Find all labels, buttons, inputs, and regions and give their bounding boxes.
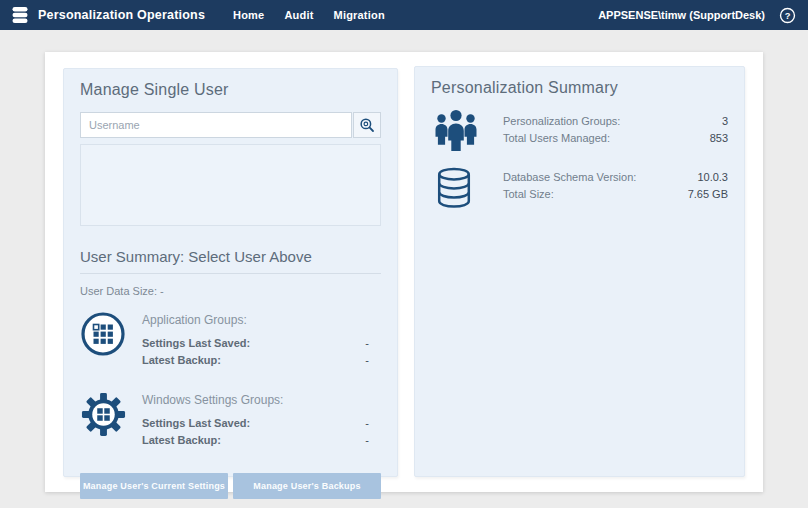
database-summary: Database Schema Version: 10.0.3 Total Si…	[431, 165, 728, 211]
help-icon[interactable]: ?	[779, 7, 796, 24]
logged-in-user: APPSENSE\timw (SupportDesk)	[598, 9, 765, 21]
database-schema-version-row: Database Schema Version: 10.0.3	[503, 169, 728, 186]
app-latest-backup-row: Latest Backup: -	[142, 352, 369, 369]
application-groups-label: Application Groups:	[142, 313, 369, 327]
search-icon	[358, 116, 376, 134]
user-results-list[interactable]	[80, 144, 381, 226]
total-size-row: Total Size: 7.65 GB	[503, 186, 728, 203]
user-data-size-label: User Data Size:	[80, 285, 157, 297]
manage-single-user-panel: Manage Single User User Summary: Select …	[63, 68, 398, 477]
total-users-managed-row: Total Users Managed: 853	[503, 130, 728, 147]
main-card: Manage Single User User Summary: Select …	[45, 52, 763, 492]
manage-backups-button[interactable]: Manage User's Backups	[233, 473, 381, 499]
application-groups-section: Application Groups: Settings Last Saved:…	[80, 309, 381, 369]
application-groups-icon	[80, 309, 142, 369]
win-latest-backup-row: Latest Backup: -	[142, 432, 369, 449]
windows-settings-gear-icon	[80, 389, 142, 449]
main-nav: Home Audit Migration	[223, 9, 395, 21]
username-search-input[interactable]	[80, 112, 352, 138]
windows-settings-groups-section: Windows Settings Groups: Settings Last S…	[80, 389, 381, 449]
groups-users-summary: Personalization Groups: 3 Total Users Ma…	[431, 109, 728, 151]
win-settings-last-saved-row: Settings Last Saved: -	[142, 415, 369, 432]
personalization-summary-title: Personalization Summary	[431, 79, 728, 97]
manage-single-user-title: Manage Single User	[80, 81, 381, 99]
summary-divider	[80, 273, 381, 274]
database-icon	[431, 165, 503, 211]
app-settings-last-saved-row: Settings Last Saved: -	[142, 335, 369, 352]
app-title: Personalization Operations	[38, 8, 205, 22]
windows-settings-groups-label: Windows Settings Groups:	[142, 393, 369, 407]
search-user-button[interactable]	[353, 112, 381, 138]
personalization-summary-panel: Personalization Summary Personalization …	[414, 66, 745, 477]
nav-item-home[interactable]: Home	[223, 9, 274, 21]
app-logo-database-icon	[10, 5, 30, 25]
user-data-size-value: -	[160, 285, 164, 297]
user-summary-title: User Summary: Select User Above	[80, 248, 381, 265]
nav-item-migration[interactable]: Migration	[324, 9, 395, 21]
top-navbar: Personalization Operations Home Audit Mi…	[0, 0, 808, 30]
manage-current-settings-button[interactable]: Manage User's Current Settings	[80, 473, 228, 499]
nav-item-audit[interactable]: Audit	[274, 9, 323, 21]
personalization-groups-row: Personalization Groups: 3	[503, 113, 728, 130]
user-data-size: User Data Size: -	[80, 285, 381, 297]
users-icon	[431, 109, 503, 151]
svg-text:?: ?	[785, 10, 791, 20]
